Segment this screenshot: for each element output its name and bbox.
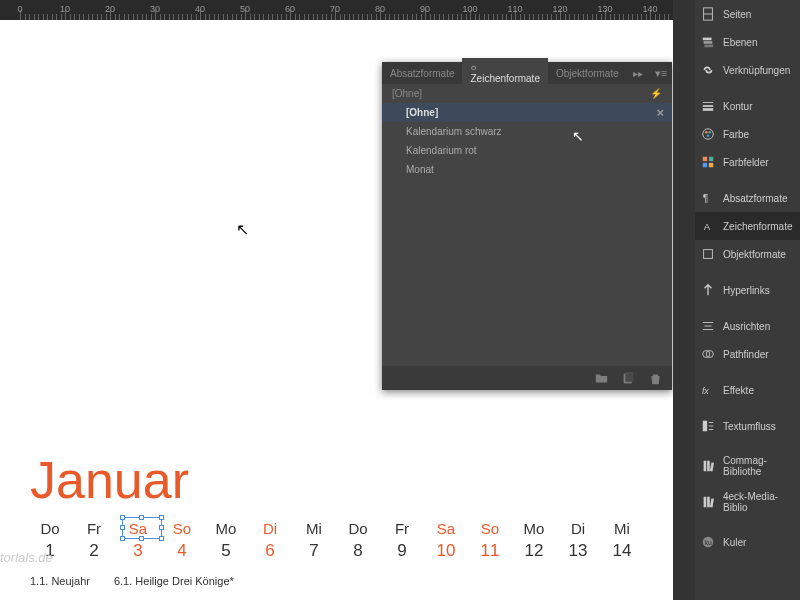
day-number: 13 [556, 541, 600, 561]
holiday-text: 1.1. Neujahr [30, 575, 90, 587]
panel-button-align[interactable]: Ausrichten [695, 312, 800, 340]
day-column[interactable]: Do8 [336, 520, 380, 561]
svg-rect-4 [703, 38, 712, 41]
day-name: Do [336, 520, 380, 537]
panel-context-label: [Ohne] [392, 88, 422, 99]
svg-rect-33 [710, 462, 714, 471]
panel-button-pages[interactable]: Seiten [695, 0, 800, 28]
kuler-icon: ku [701, 535, 715, 549]
panel-button-char[interactable]: AZeichenformate [695, 212, 800, 240]
svg-rect-35 [707, 497, 710, 508]
panel-button-pathfinder[interactable]: Pathfinder [695, 340, 800, 368]
month-title[interactable]: Januar [30, 450, 189, 510]
panel-label: Commag-Bibliothe [723, 455, 794, 477]
day-name: Mi [600, 520, 644, 537]
pathfinder-icon [701, 347, 715, 361]
day-column[interactable]: So4 [160, 520, 204, 561]
panel-footer [382, 366, 672, 390]
panel-label: Pathfinder [723, 349, 769, 360]
day-name: Mi [292, 520, 336, 537]
panel-tab[interactable]: Objektformate [548, 64, 627, 83]
new-style-icon[interactable] [622, 372, 635, 385]
day-name: Do [28, 520, 72, 537]
svg-point-12 [708, 131, 711, 134]
panel-tab-bar: Absatzformate○ ZeichenformateObjektforma… [382, 62, 672, 84]
panel-label: 4eck-Media-Biblio [723, 491, 794, 513]
palette-icon [701, 127, 715, 141]
svg-point-11 [705, 131, 708, 134]
links-icon [701, 63, 715, 77]
lib2-icon [701, 495, 715, 509]
panel-label: Kuler [723, 537, 746, 548]
svg-rect-15 [709, 157, 713, 161]
svg-rect-6 [705, 45, 714, 48]
day-number: 3 [116, 541, 160, 561]
para-icon: ¶ [701, 191, 715, 205]
panel-button-lib1[interactable]: Commag-Bibliothe [695, 448, 800, 484]
panel-button-wrap[interactable]: Textumfluss [695, 412, 800, 440]
day-number: 5 [204, 541, 248, 561]
panel-button-hyperlink[interactable]: Hyperlinks [695, 276, 800, 304]
svg-rect-20 [704, 250, 713, 259]
panel-button-para[interactable]: ¶Absatzformate [695, 184, 800, 212]
svg-point-13 [707, 134, 710, 137]
layers-icon [701, 35, 715, 49]
panel-button-swatches[interactable]: Farbfelder [695, 148, 800, 176]
svg-rect-27 [703, 421, 707, 432]
panel-button-kuler[interactable]: kuKuler [695, 528, 800, 556]
panel-label: Kontur [723, 101, 752, 112]
style-item[interactable]: [Ohne] [382, 103, 672, 122]
panel-button-layers[interactable]: Ebenen [695, 28, 800, 56]
panel-button-fx[interactable]: fxEffekte [695, 376, 800, 404]
day-name: So [160, 520, 204, 537]
day-number: 9 [380, 541, 424, 561]
day-column[interactable]: Di13 [556, 520, 600, 561]
panel-tab[interactable]: Absatzformate [382, 64, 462, 83]
style-item[interactable]: Kalendarium schwarz [382, 122, 672, 141]
day-number: 7 [292, 541, 336, 561]
day-column[interactable]: Sa10 [424, 520, 468, 561]
panel-button-lib2[interactable]: 4eck-Media-Biblio [695, 484, 800, 520]
panel-expand-icon[interactable]: ▸▸ [627, 68, 649, 79]
day-number: 10 [424, 541, 468, 561]
day-column[interactable]: Fr9 [380, 520, 424, 561]
day-column[interactable]: Fr2 [72, 520, 116, 561]
lib1-icon [701, 459, 715, 473]
character-styles-panel[interactable]: Absatzformate○ ZeichenformateObjektforma… [382, 62, 672, 390]
day-column[interactable]: Mo5 [204, 520, 248, 561]
panel-label: Absatzformate [723, 193, 787, 204]
day-number: 2 [72, 541, 116, 561]
day-name: Di [556, 520, 600, 537]
lightning-icon[interactable]: ⚡ [650, 88, 662, 99]
day-column[interactable]: Di6 [248, 520, 292, 561]
panel-label: Objektformate [723, 249, 786, 260]
svg-rect-17 [709, 163, 713, 167]
panel-button-obj[interactable]: Objektformate [695, 240, 800, 268]
day-column[interactable]: Mi7 [292, 520, 336, 561]
day-name: Di [248, 520, 292, 537]
panel-menu-icon[interactable]: ▾≡ [649, 67, 673, 80]
text-frame-selection[interactable] [122, 517, 162, 539]
day-name: So [468, 520, 512, 537]
day-column[interactable]: So11 [468, 520, 512, 561]
day-column[interactable]: Mi14 [600, 520, 644, 561]
day-number: 8 [336, 541, 380, 561]
panel-label: Textumfluss [723, 421, 776, 432]
svg-point-10 [703, 129, 714, 140]
svg-rect-5 [704, 41, 713, 44]
day-number: 12 [512, 541, 556, 561]
panel-label: Farbe [723, 129, 749, 140]
hyperlink-icon [701, 283, 715, 297]
panel-button-palette[interactable]: Farbe [695, 120, 800, 148]
panel-label: Hyperlinks [723, 285, 770, 296]
style-item[interactable]: Monat [382, 160, 672, 179]
style-item[interactable]: Kalendarium rot [382, 141, 672, 160]
trash-icon[interactable] [649, 372, 662, 385]
folder-icon[interactable] [595, 372, 608, 385]
panel-button-links[interactable]: Verknüpfungen [695, 56, 800, 84]
char-icon: A [701, 219, 715, 233]
panel-tab[interactable]: ○ Zeichenformate [462, 58, 547, 88]
panel-label: Seiten [723, 9, 751, 20]
day-column[interactable]: Mo12 [512, 520, 556, 561]
panel-button-stroke[interactable]: Kontur [695, 92, 800, 120]
